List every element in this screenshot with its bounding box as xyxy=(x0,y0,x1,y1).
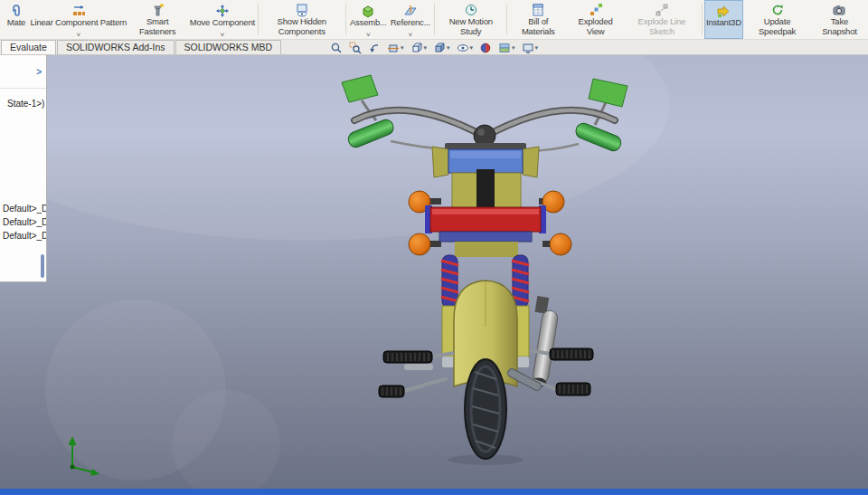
exploded-view-icon xyxy=(589,3,603,17)
update-speedpak-button[interactable]: Update Speedpak xyxy=(743,0,811,39)
tree-expand-arrow[interactable]: > xyxy=(36,67,42,77)
apply-scene-icon[interactable] xyxy=(498,42,515,54)
hide-show-items-icon[interactable] xyxy=(457,42,474,54)
smart-fasteners-label: Smart Fasteners xyxy=(129,17,184,36)
heads-up-view-toolbar xyxy=(330,41,538,54)
toolbar-separator xyxy=(258,4,259,35)
section-view-icon[interactable] xyxy=(387,42,404,54)
toolbar-separator xyxy=(434,4,435,35)
exploded-view-button[interactable]: Exploded View xyxy=(567,0,624,39)
tree-item[interactable]: Default>_Di xyxy=(3,217,47,227)
view-settings-icon[interactable] xyxy=(522,42,539,54)
exploded-view-label: Exploded View xyxy=(571,17,620,36)
graphics-area[interactable] xyxy=(0,55,868,489)
explode-line-sketch-label: Explode Line Sketch xyxy=(627,17,696,36)
instant3d-label: Instant3D xyxy=(706,18,741,28)
reference-geometry-icon xyxy=(403,3,418,18)
command-tab-bar: Evaluate SOLIDWORKS Add-Ins SOLIDWORKS M… xyxy=(0,40,868,55)
move-component-label: Move Component xyxy=(190,18,255,28)
zoom-to-area-icon[interactable] xyxy=(349,42,362,54)
update-speedpak-icon xyxy=(770,3,785,17)
display-style-icon[interactable] xyxy=(433,42,450,54)
snapshot-label: Take Snapshot xyxy=(815,17,864,36)
foot-peg-upper-right[interactable] xyxy=(550,348,593,360)
fuel-tank[interactable] xyxy=(452,169,521,213)
show-hidden-label: Show Hidden Components xyxy=(264,17,340,36)
motion-study-label: New Motion Study xyxy=(440,17,502,36)
status-bar xyxy=(0,489,868,495)
tree-item[interactable]: Default>_Dis xyxy=(3,204,47,214)
previous-view-icon[interactable] xyxy=(368,42,381,54)
take-snapshot-button[interactable]: Take Snapshot xyxy=(811,0,868,39)
reference-geometry-button[interactable]: Referenc... xyxy=(389,0,432,39)
tab-solidworks-add-ins[interactable]: SOLIDWORKS Add-Ins xyxy=(57,40,175,54)
tree-item[interactable]: State-1>) xyxy=(7,99,44,109)
suspension-spring-left[interactable] xyxy=(441,255,458,308)
instant3d-icon xyxy=(716,3,731,18)
bill-of-materials-button[interactable]: Bill of Materials xyxy=(509,0,567,39)
panel-divider xyxy=(0,88,46,89)
assembly-features-button[interactable]: Assemb... xyxy=(348,0,389,39)
toolbar-separator xyxy=(506,4,507,35)
tab-evaluate[interactable]: Evaluate xyxy=(1,40,56,54)
assembly-features-icon xyxy=(361,3,375,18)
smart-fasteners-icon xyxy=(150,3,165,17)
assembly-features-label: Assemb... xyxy=(350,18,386,28)
explode-line-sketch-icon xyxy=(655,3,669,17)
tree-scrollbar[interactable] xyxy=(41,254,44,278)
instant3d-button[interactable]: Instant3D xyxy=(704,0,744,39)
edit-appearance-icon[interactable] xyxy=(479,42,492,54)
update-speedpak-label: Update Speedpak xyxy=(747,17,807,36)
toolbar-separator xyxy=(345,4,346,35)
move-component-icon xyxy=(215,3,230,18)
mate-icon xyxy=(9,3,24,18)
bom-label: Bill of Materials xyxy=(513,17,563,36)
foot-peg-lower-right[interactable] xyxy=(556,383,590,395)
linear-pattern-label: Linear Component Pattern xyxy=(30,18,127,28)
command-manager-toolbar: Mate Linear Component Pattern Smart Fast… xyxy=(0,0,868,40)
toolbar-separator xyxy=(702,4,703,35)
front-crossbar[interactable] xyxy=(425,205,546,233)
reference-geometry-label: Referenc... xyxy=(391,18,430,28)
smart-fasteners-button[interactable]: Smart Fasteners xyxy=(126,0,188,39)
show-hidden-components-button[interactable]: Show Hidden Components xyxy=(260,0,344,39)
motion-study-icon xyxy=(464,3,478,17)
new-motion-study-button[interactable]: New Motion Study xyxy=(437,0,505,39)
mate-button[interactable]: Mate xyxy=(2,0,31,39)
show-hidden-icon xyxy=(295,3,309,17)
bom-icon xyxy=(531,3,545,17)
move-component-button[interactable]: Move Component xyxy=(189,0,256,39)
tab-solidworks-mbd[interactable]: SOLIDWORKS MBD xyxy=(175,40,281,54)
tree-item[interactable]: Default>_Di xyxy=(3,231,47,241)
main-area: > State-1>) Default>_Dis Default>_Di Def… xyxy=(0,55,868,489)
feature-tree-panel: > State-1>) Default>_Dis Default>_Di Def… xyxy=(0,55,47,282)
linear-component-pattern-button[interactable]: Linear Component Pattern xyxy=(31,0,126,39)
view-orientation-icon[interactable] xyxy=(410,42,427,54)
mate-label: Mate xyxy=(7,18,25,28)
foot-peg-lower-left[interactable] xyxy=(379,386,404,397)
explode-line-sketch-button[interactable]: Explode Line Sketch xyxy=(624,0,700,39)
linear-pattern-icon xyxy=(71,3,86,18)
zoom-to-fit-icon[interactable] xyxy=(330,42,343,54)
snapshot-icon xyxy=(832,3,846,17)
